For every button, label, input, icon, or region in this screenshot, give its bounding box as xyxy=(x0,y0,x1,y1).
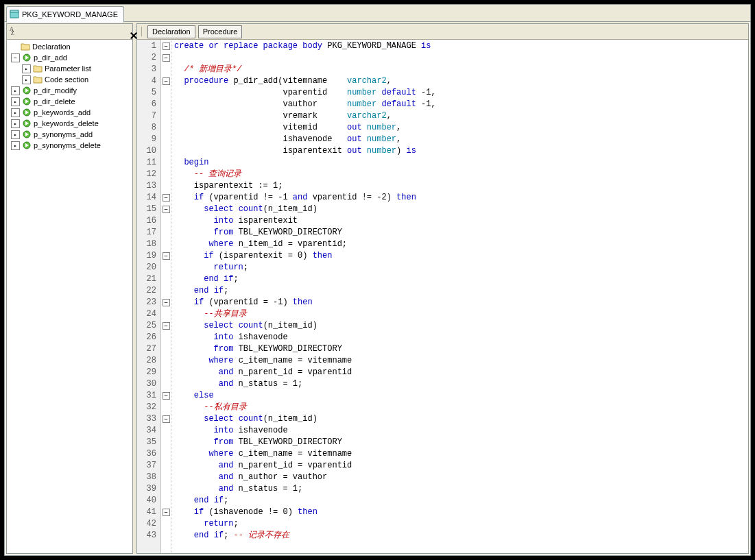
toolbar-separator xyxy=(141,27,142,36)
code-line[interactable]: isparentexit out number) is xyxy=(174,145,748,157)
tree-item[interactable]: ▸p_synonyms_delete xyxy=(7,140,132,151)
code-line[interactable]: and n_parent_id = vparentid xyxy=(174,367,748,378)
code-line[interactable]: if (vparentid != -1 and vparentid != -2)… xyxy=(174,192,748,204)
fold-toggle-icon[interactable]: − xyxy=(163,322,170,330)
line-number: 38 xyxy=(137,472,160,483)
code-line[interactable]: and n_author = vauthor xyxy=(174,472,748,483)
fold-cell xyxy=(161,180,171,192)
code-line[interactable] xyxy=(174,52,748,64)
fold-cell xyxy=(161,472,171,483)
tree-item[interactable]: Declaration xyxy=(7,41,132,52)
code-line[interactable]: into isparentexit xyxy=(174,215,748,227)
code-line[interactable]: if (isparentexit = 0) then xyxy=(174,250,748,262)
code-line[interactable]: if (ishavenode != 0) then xyxy=(174,507,748,518)
fold-toggle-icon[interactable]: − xyxy=(163,299,170,306)
tree-item[interactable]: ▸Code section xyxy=(7,74,132,85)
tree-item[interactable]: ▸p_dir_modify xyxy=(7,85,132,96)
fold-toggle-icon[interactable]: − xyxy=(163,252,170,260)
line-number: 25 xyxy=(137,320,160,332)
fold-cell xyxy=(161,215,171,227)
code-line[interactable]: select count(n_item_id) xyxy=(174,413,748,425)
object-tree[interactable]: Declaration−p_dir_add▸Parameter list▸Cod… xyxy=(7,40,132,553)
code-line[interactable]: end if; xyxy=(174,285,748,297)
code-line[interactable]: and n_status = 1; xyxy=(174,483,748,495)
code-line[interactable]: procedure p_dir_add(vitemname varchar2, xyxy=(174,75,748,87)
expand-toggle-icon[interactable]: − xyxy=(11,53,20,62)
code-line[interactable]: else xyxy=(174,390,748,402)
code-line[interactable]: where n_item_id = vparentid; xyxy=(174,239,748,250)
fold-toggle-icon[interactable]: − xyxy=(163,194,170,202)
code-line[interactable]: end if; -- 记录不存在 xyxy=(174,530,748,541)
code-line[interactable]: vparentid number default -1, xyxy=(174,87,748,99)
code-line[interactable]: --私有目录 xyxy=(174,402,748,413)
fold-cell[interactable]: − xyxy=(161,192,171,204)
code-line[interactable]: /* 新增目录*/ xyxy=(174,64,748,75)
code-line[interactable]: into ishavenode xyxy=(174,425,748,437)
code-line[interactable]: where c_item_name = vitemname xyxy=(174,355,748,367)
fold-toggle-icon[interactable]: − xyxy=(163,77,170,85)
code-line[interactable]: vremark varchar2, xyxy=(174,110,748,122)
fold-cell[interactable]: − xyxy=(161,413,171,425)
tree-item[interactable]: −p_dir_add xyxy=(7,52,132,63)
code-line[interactable]: from TBL_KEYWORD_DIRECTORY xyxy=(174,227,748,239)
expand-toggle-icon[interactable]: ▸ xyxy=(11,97,20,106)
code-line[interactable]: from TBL_KEYWORD_DIRECTORY xyxy=(174,343,748,355)
expand-toggle-icon[interactable]: ▸ xyxy=(11,141,20,150)
code-line[interactable]: return; xyxy=(174,262,748,273)
expand-toggle-icon[interactable]: ▸ xyxy=(11,108,20,117)
code-line[interactable]: vauthor number default -1, xyxy=(174,99,748,110)
fold-toggle-icon[interactable]: − xyxy=(163,206,170,213)
code-line[interactable]: --共享目录 xyxy=(174,308,748,320)
fold-cell[interactable]: − xyxy=(161,390,171,402)
tree-item-label: p_dir_delete xyxy=(34,97,75,106)
fold-cell[interactable]: − xyxy=(161,75,171,87)
code-line[interactable]: end if; xyxy=(174,273,748,285)
code-line[interactable]: vitemid out number, xyxy=(174,122,748,134)
code-line[interactable]: ishavenode out number, xyxy=(174,134,748,145)
fold-cell[interactable]: − xyxy=(161,40,171,52)
expand-toggle-icon[interactable]: ▸ xyxy=(22,64,31,73)
expand-toggle-icon[interactable]: ▸ xyxy=(11,130,20,139)
code-line[interactable]: isparentexit := 1; xyxy=(174,180,748,192)
code-line[interactable]: from TBL_KEYWORD_DIRECTORY xyxy=(174,437,748,448)
fold-cell[interactable]: − xyxy=(161,320,171,332)
tree-item[interactable]: ▸p_keywords_delete xyxy=(7,118,132,129)
tree-item[interactable]: ▸p_dir_delete xyxy=(7,96,132,107)
expand-toggle-icon[interactable]: ▸ xyxy=(11,86,20,95)
fold-cell[interactable]: − xyxy=(161,204,171,215)
code-line[interactable]: into ishavenode xyxy=(174,332,748,343)
expand-toggle-icon[interactable]: ▸ xyxy=(22,75,31,84)
code-line[interactable]: and n_status = 1; xyxy=(174,378,748,390)
fold-cell[interactable]: − xyxy=(161,297,171,308)
tree-item[interactable]: ▸p_keywords_add xyxy=(7,107,132,118)
fold-cell[interactable]: − xyxy=(161,250,171,262)
fold-toggle-icon[interactable]: − xyxy=(163,42,170,50)
code-line[interactable]: create or replace package body PKG_KEYWO… xyxy=(174,40,748,52)
code-line[interactable]: end if; xyxy=(174,495,748,507)
code-line[interactable]: begin xyxy=(174,157,748,169)
code-line[interactable]: return; xyxy=(174,518,748,530)
tree-item[interactable]: ▸p_synonyms_add xyxy=(7,129,132,140)
code-area[interactable]: create or replace package body PKG_KEYWO… xyxy=(171,40,748,553)
fold-toggle-icon[interactable]: − xyxy=(163,509,170,516)
procedure-button[interactable]: Procedure xyxy=(198,25,243,38)
expand-toggle-icon[interactable]: ▸ xyxy=(11,119,20,128)
code-line[interactable]: and n_parent_id = vparentid xyxy=(174,460,748,472)
fold-gutter[interactable]: −−−−−−−−−−− xyxy=(161,40,171,553)
fold-cell[interactable]: − xyxy=(161,507,171,518)
code-line[interactable]: select count(n_item_id) xyxy=(174,320,748,332)
declaration-button[interactable]: Declaration xyxy=(147,25,195,38)
code-editor[interactable]: 1234567891011121314151617181920212223242… xyxy=(137,40,748,553)
fold-toggle-icon[interactable]: − xyxy=(163,415,170,423)
fold-toggle-icon[interactable]: − xyxy=(163,54,170,62)
code-line[interactable]: where c_item_name = vitemname xyxy=(174,448,748,460)
code-line[interactable]: select count(n_item_id) xyxy=(174,204,748,215)
sort-az-icon[interactable]: AZ xyxy=(10,26,21,37)
code-line[interactable]: if (vparentid = -1) then xyxy=(174,297,748,308)
fold-cell[interactable]: − xyxy=(161,52,171,64)
tab-package[interactable]: PKG_KEYWORD_MANAGE xyxy=(6,6,124,23)
tree-item[interactable]: ▸Parameter list xyxy=(7,63,132,74)
procedure-icon xyxy=(22,97,32,106)
fold-toggle-icon[interactable]: − xyxy=(163,392,170,400)
code-line[interactable]: -- 查询记录 xyxy=(174,169,748,180)
